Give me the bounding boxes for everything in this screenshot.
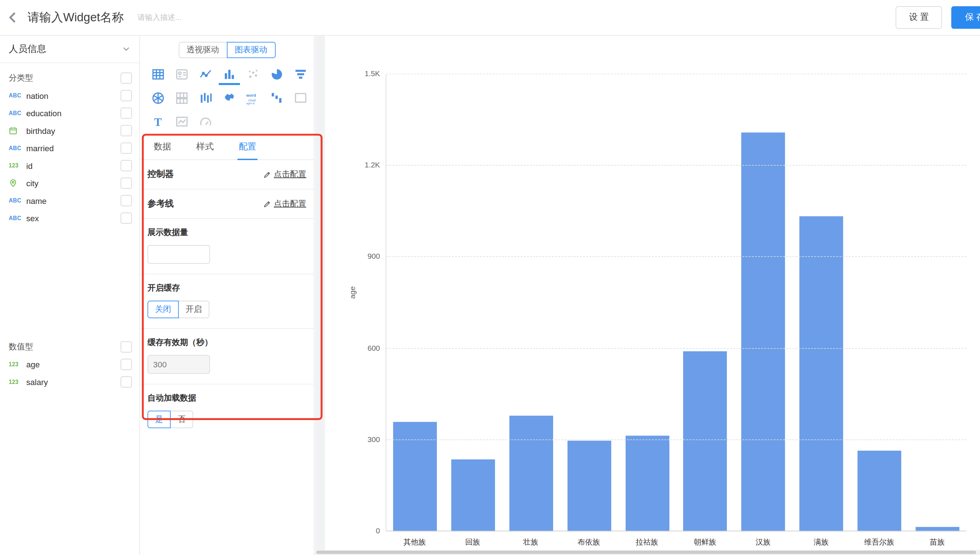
chart-preview-panel: age 03006009001.2K1.5K 其他族回族壮族布依族拉祜族朝鲜族汉…: [325, 35, 980, 550]
bar-壮族[interactable]: [509, 416, 553, 531]
chart-type-line-chart-icon[interactable]: [195, 64, 216, 85]
chart-type-grid: wordcloudagtm tbT: [140, 58, 314, 132]
abc-field-icon: ABC: [9, 110, 26, 116]
chart-type-scorecard-icon[interactable]: [171, 64, 193, 85]
cache-option-0[interactable]: 关闭: [147, 301, 179, 318]
dataset-name: 人员信息: [9, 43, 46, 55]
field-checkbox[interactable]: [120, 178, 132, 189]
back-button[interactable]: [0, 0, 26, 35]
cache-block: 开启缓存 关闭开启: [140, 274, 314, 329]
bar-band: [502, 74, 560, 531]
chart-type-bar-chart-icon[interactable]: [219, 64, 240, 85]
y-tick-label: 300: [349, 435, 380, 443]
abc-field-icon: ABC: [9, 145, 26, 151]
widget-editor-page: 请输入Widget名称 请输入描述... 设 置 保 存 人员信息 分类型ABC…: [0, 0, 980, 555]
field-checkbox[interactable]: [120, 125, 132, 136]
field-sex[interactable]: ABCsex: [0, 209, 139, 227]
field-label: sex: [26, 213, 39, 223]
field-checkbox[interactable]: [120, 213, 132, 224]
cache-ttl-label: 缓存有效期（秒）: [147, 337, 306, 348]
tab-data[interactable]: 数据: [153, 136, 173, 159]
field-label: nation: [26, 91, 48, 100]
edit-icon: [263, 170, 271, 179]
autoload-toggle: 是否: [147, 411, 193, 428]
chevron-left-icon: [6, 10, 20, 24]
mode-pivot-driven[interactable]: 透视驱动: [179, 42, 227, 58]
chart-type-pie-chart-icon[interactable]: [266, 64, 288, 85]
section-checkbox[interactable]: [120, 72, 132, 84]
reference-line-label: 参考线: [147, 198, 174, 209]
cache-ttl-input[interactable]: [147, 355, 210, 374]
bar-band: [793, 74, 850, 531]
chart-type-pivot-table-icon[interactable]: [171, 87, 193, 109]
field-married[interactable]: ABCmarried: [0, 139, 139, 157]
field-checkbox[interactable]: [120, 143, 132, 154]
bar-朝鲜族[interactable]: [684, 351, 727, 531]
field-checkbox[interactable]: [120, 160, 132, 171]
mode-chart-driven[interactable]: 图表驱动: [227, 42, 275, 58]
chart-type-map-icon[interactable]: [219, 87, 240, 109]
save-button[interactable]: 保 存: [951, 6, 980, 29]
autoload-option-0[interactable]: 是: [147, 411, 171, 428]
chart-type-word-cloud-icon[interactable]: wordcloudagtm tb: [242, 87, 264, 109]
bar-拉祜族[interactable]: [625, 435, 669, 531]
settings-button[interactable]: 设 置: [896, 6, 942, 29]
abc-field-icon: ABC: [9, 215, 26, 221]
chart-type-parallel-icon[interactable]: [195, 87, 216, 109]
field-age[interactable]: 123age: [0, 356, 139, 373]
field-birthday[interactable]: birthday: [0, 122, 139, 139]
y-tick-label: 0: [349, 526, 380, 535]
reference-configure-link[interactable]: 点击配置: [263, 198, 306, 209]
field-sidebar: 人员信息 分类型ABCnationABCeducationbirthdayABC…: [0, 35, 140, 555]
config-tabs: 数据样式配置: [140, 136, 314, 160]
x-axis-label: 其他族: [386, 533, 444, 549]
field-city[interactable]: city: [0, 174, 139, 192]
chart-type-waterfall-icon[interactable]: [266, 87, 288, 109]
widget-description-input[interactable]: 请输入描述...: [138, 12, 181, 23]
x-axis-baseline: 0: [386, 531, 966, 531]
field-nation[interactable]: ABCnation: [0, 87, 139, 104]
chart-type-iframe-icon[interactable]: [290, 87, 311, 109]
y-axis-title: age: [348, 286, 357, 299]
autoload-option-1[interactable]: 否: [170, 411, 193, 428]
field-checkbox[interactable]: [120, 376, 132, 388]
field-name[interactable]: ABCname: [0, 192, 139, 209]
field-education[interactable]: ABCeducation: [0, 104, 139, 122]
dataset-selector[interactable]: 人员信息: [0, 35, 139, 63]
bar-布依族[interactable]: [567, 441, 611, 531]
bar-chart-plot: 03006009001.2K1.5K: [386, 74, 966, 531]
field-checkbox[interactable]: [120, 195, 132, 206]
chart-type-funnel-icon[interactable]: [290, 64, 311, 85]
chart-type-scatter-icon[interactable]: [242, 64, 264, 85]
widget-name-input[interactable]: 请输入Widget名称: [27, 10, 124, 26]
chart-type-table-icon[interactable]: [147, 64, 169, 85]
field-checkbox[interactable]: [120, 359, 132, 370]
display-count-input[interactable]: [147, 245, 210, 264]
field-label: name: [26, 196, 46, 205]
tab-config[interactable]: 配置: [237, 136, 257, 160]
horizontal-scrollbar[interactable]: [316, 551, 976, 554]
field-salary[interactable]: 123salary: [0, 373, 139, 391]
chart-type-chart-frame-icon[interactable]: [171, 111, 193, 132]
cache-option-1[interactable]: 开启: [178, 301, 210, 318]
chart-type-radar-icon[interactable]: [147, 87, 169, 109]
field-checkbox[interactable]: [120, 107, 132, 119]
bar-汉族[interactable]: [741, 132, 785, 531]
bar-回族[interactable]: [452, 460, 495, 531]
gridline: 300: [386, 439, 966, 440]
x-axis-label: 朝鲜族: [676, 533, 734, 549]
chart-type-gauge-icon[interactable]: [195, 111, 216, 132]
gridline: 1.5K: [386, 74, 966, 74]
reference-configure-label: 点击配置: [274, 198, 306, 209]
field-checkbox[interactable]: [120, 90, 132, 101]
section-checkbox[interactable]: [120, 342, 132, 353]
controller-configure-link[interactable]: 点击配置: [263, 169, 306, 180]
chart-type-text-icon[interactable]: T: [147, 111, 169, 132]
y-tick-label: 900: [349, 252, 380, 261]
field-id[interactable]: 123id: [0, 157, 139, 174]
cache-ttl-block: 缓存有效期（秒）: [140, 329, 314, 384]
bar-维吾尔族[interactable]: [857, 451, 901, 531]
bar-其他族[interactable]: [393, 422, 437, 531]
bar-满族[interactable]: [799, 216, 843, 531]
tab-style[interactable]: 样式: [195, 136, 215, 159]
